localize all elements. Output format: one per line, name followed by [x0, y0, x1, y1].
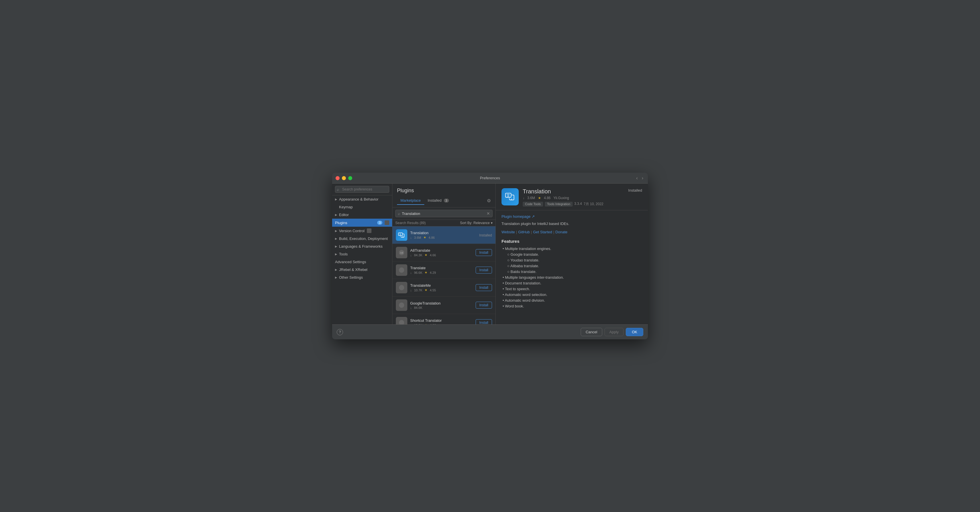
forward-button[interactable]: ›: [641, 175, 644, 181]
sidebar-item-advanced[interactable]: Advanced Settings: [332, 258, 392, 266]
help-button[interactable]: ?: [337, 329, 343, 335]
cancel-button[interactable]: Cancel: [581, 328, 602, 336]
chevron-icon: ▶: [335, 237, 337, 240]
github-link[interactable]: GitHub: [518, 230, 530, 234]
sidebar-item-tools[interactable]: ▶ Tools: [332, 250, 392, 258]
ok-button[interactable]: OK: [626, 328, 643, 336]
detail-tag-tools-integration: Tools Integration: [545, 202, 573, 207]
detail-plugin-icon: 文 A: [501, 188, 519, 206]
plugins-header: Plugins Marketplace Installed 3 ⚙: [392, 183, 495, 207]
gear-icon[interactable]: ⚙: [487, 198, 491, 203]
plugin-item-translateme[interactable]: TranslateMe ↓ 10.7K ★ 4.55 Install: [392, 279, 495, 297]
sidebar-search-wrap: [335, 186, 389, 193]
plugin-downloads: 84.3K: [414, 254, 423, 257]
detail-tag-code-tools: Code Tools: [523, 202, 543, 207]
search-icon: ⌕: [398, 211, 400, 216]
svg-text:文: 文: [506, 194, 510, 198]
links-row: Website | GitHub | Get Started | Donate: [501, 230, 642, 234]
plugin-action: Install: [476, 319, 492, 324]
plugin-item-translation[interactable]: 文 A Translation ↓ 3.6M ★ 4.86: [392, 226, 495, 244]
install-button[interactable]: Install: [476, 284, 492, 291]
plugin-rating: 4.55: [430, 289, 436, 292]
detail-rating: 4.86: [544, 196, 550, 200]
download-icon: ↓: [523, 196, 525, 200]
tab-bar: Marketplace Installed 3 ⚙: [397, 196, 491, 205]
bottom-bar: ? Cancel Apply OK: [332, 324, 648, 339]
feature-item: • Multiple translation engines.: [501, 247, 642, 251]
donate-link[interactable]: Donate: [555, 230, 568, 234]
sidebar-item-build[interactable]: ▶ Build, Execution, Deployment: [332, 235, 392, 242]
sidebar-search-input[interactable]: [335, 186, 389, 193]
plugin-item-a8translate[interactable]: A8 A8Translate ↓ 84.3K ★ 4.66 Install: [392, 244, 495, 262]
install-button[interactable]: Install: [476, 249, 492, 256]
svg-point-8: [399, 320, 404, 324]
plugin-homepage-link[interactable]: Plugin homepage ↗: [501, 214, 535, 219]
search-clear-button[interactable]: ✕: [487, 211, 490, 216]
star-icon: ★: [425, 271, 428, 274]
separator: |: [516, 230, 517, 234]
sidebar-item-appearance[interactable]: ▶ Appearance & Behavior: [332, 195, 392, 203]
results-bar: Search Results (89) Sort By: Relevance ▾: [392, 220, 495, 226]
plugin-name: Translation: [410, 231, 476, 235]
star-icon: ★: [423, 236, 426, 239]
title-bar: Preferences ‹ ›: [332, 173, 648, 183]
plugin-meta: ↓ 10.7K ★ 4.55: [410, 288, 473, 292]
svg-text:文: 文: [399, 233, 402, 236]
install-button[interactable]: Install: [476, 302, 492, 309]
detail-meta-row: ↓ 3.6M ★ 4.86 Yii.Guxing: [523, 196, 624, 200]
svg-text:A8: A8: [400, 251, 403, 254]
plugin-meta: ↓ 3.6M ★ 4.86: [410, 236, 476, 239]
maximize-button[interactable]: [348, 176, 352, 180]
detail-downloads: 3.6M: [527, 196, 535, 200]
tab-marketplace[interactable]: Marketplace: [397, 196, 424, 205]
vc-icon-box: [367, 228, 371, 233]
apply-button[interactable]: Apply: [605, 328, 624, 336]
feature-item: • Automatic word division.: [501, 298, 642, 303]
plugin-name: Translate: [410, 266, 473, 270]
sidebar-item-plugins[interactable]: Plugins 3: [332, 219, 392, 227]
sidebar-item-label: Plugins: [335, 221, 347, 225]
preferences-window: Preferences ‹ › ▶ Appearance & Behavior …: [332, 173, 648, 339]
sidebar-item-other[interactable]: ▶ Other Settings: [332, 274, 392, 281]
sort-value: Relevance: [473, 221, 490, 225]
tab-installed[interactable]: Installed 3: [424, 196, 452, 205]
install-button[interactable]: Install: [476, 319, 492, 324]
svg-point-6: [399, 285, 404, 290]
installed-badge: 3: [444, 199, 449, 203]
back-button[interactable]: ‹: [635, 175, 639, 181]
close-button[interactable]: [336, 176, 340, 180]
plugins-panel: Plugins Marketplace Installed 3 ⚙ ⌕ ✕: [392, 183, 496, 324]
feature-item: • Text to speech.: [501, 287, 642, 291]
detail-plugin-name: Translation: [523, 188, 624, 195]
plugin-description: Translation plugin for IntelliJ based ID…: [501, 222, 642, 226]
download-icon: ↓: [410, 271, 412, 274]
minimize-button[interactable]: [342, 176, 346, 180]
sidebar-item-jrebel[interactable]: ▶ JRebel & XRebel: [332, 266, 392, 274]
sidebar-item-keymap[interactable]: Keymap: [332, 203, 392, 211]
plugin-info-translateme: TranslateMe ↓ 10.7K ★ 4.55: [410, 283, 473, 292]
install-button[interactable]: Install: [476, 266, 492, 274]
plugins-title: Plugins: [397, 188, 491, 194]
chevron-icon: ▶: [335, 198, 337, 201]
plugin-item-googletranslation[interactable]: GoogleTranslation ↓ 84.6K Install: [392, 297, 495, 314]
detail-tags: Code Tools Tools Integration 3.3.4 7月 10…: [523, 202, 624, 207]
plugin-action: Install: [476, 249, 492, 256]
feature-item: ○ Google translate.: [501, 252, 642, 257]
chevron-icon: ▶: [335, 276, 337, 279]
detail-version: 3.3.4: [574, 202, 582, 207]
plugin-action: Install: [476, 284, 492, 291]
website-link[interactable]: Website: [501, 230, 515, 234]
plugin-item-translate[interactable]: Translate ↓ 96.6K ★ 4.29 Install: [392, 262, 495, 279]
plugin-item-shortcut-translator[interactable]: Shortcut Translator ↓ 13.8K ★ 4.66 Insta…: [392, 314, 495, 324]
sidebar-search-area: [332, 183, 392, 195]
plugins-badge: 3: [377, 221, 382, 225]
sidebar-item-version-control[interactable]: ▶ Version Control: [332, 227, 392, 235]
sidebar-item-editor[interactable]: ▶ Editor: [332, 211, 392, 219]
plugin-downloads: 84.6K: [414, 306, 423, 309]
sidebar-item-languages[interactable]: ▶ Languages & Frameworks: [332, 242, 392, 250]
plugin-search-input[interactable]: [402, 212, 485, 216]
sort-button[interactable]: Sort By: Relevance ▾: [460, 221, 493, 225]
get-started-link[interactable]: Get Started: [533, 230, 552, 234]
sidebar-item-label: Other Settings: [339, 275, 363, 279]
download-icon: ↓: [410, 236, 412, 239]
